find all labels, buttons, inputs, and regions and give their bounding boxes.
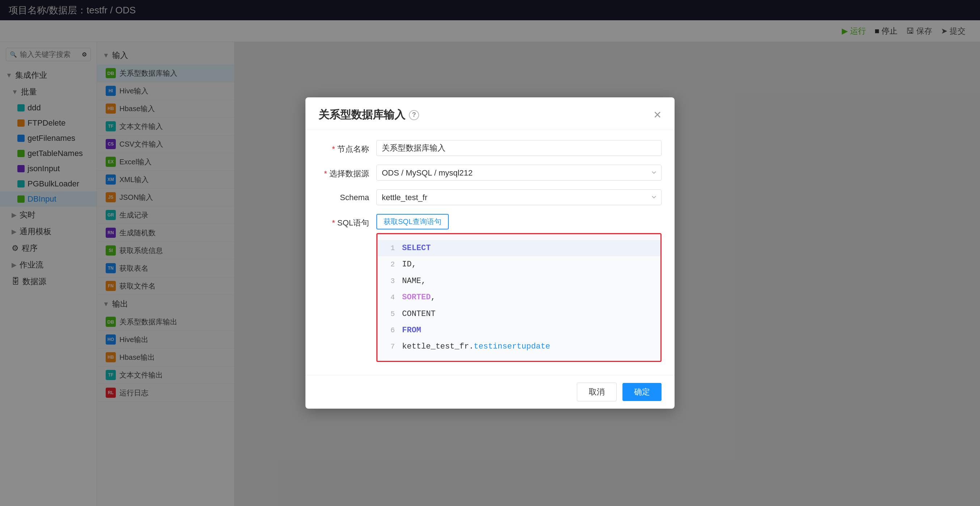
- cancel-button[interactable]: 取消: [577, 383, 617, 401]
- sql-line-4: 4 SORTED,: [377, 289, 660, 306]
- schema-label: Schema: [318, 189, 369, 202]
- node-name-input[interactable]: [376, 140, 662, 156]
- sql-label-row: 获取SQL查询语句: [376, 214, 662, 229]
- dialog-body: 节点名称 选择数据源 ODS / MySQL / mysql212 Schema: [305, 130, 675, 375]
- node-name-label: 节点名称: [318, 140, 369, 154]
- node-name-control: [376, 140, 662, 156]
- confirm-button[interactable]: 确定: [622, 383, 662, 401]
- dialog-title: 关系型数据库输入 ?: [318, 108, 419, 123]
- datasource-select[interactable]: ODS / MySQL / mysql212: [376, 165, 662, 181]
- close-button[interactable]: ✕: [653, 110, 662, 120]
- sql-control: 获取SQL查询语句 1 SELECT 2 ID, 3 NA: [376, 214, 662, 362]
- sql-line-7: 7 kettle_test_fr.testinsertupdate: [377, 339, 660, 355]
- node-name-row: 节点名称: [318, 140, 662, 156]
- replace-sql-label: 替换SQL语句变量: [318, 371, 369, 375]
- schema-row: Schema kettle_test_fr: [318, 189, 662, 205]
- dialog: 关系型数据库输入 ? ✕ 节点名称 选择数据源 ODS / MySQL / my…: [305, 97, 675, 409]
- sql-line-6: 6 FROM: [377, 322, 660, 339]
- schema-control: kettle_test_fr: [376, 189, 662, 205]
- datasource-control: ODS / MySQL / mysql212: [376, 165, 662, 181]
- sql-line-3: 3 NAME,: [377, 273, 660, 289]
- sql-line-5: 5 CONTENT: [377, 306, 660, 322]
- sql-editor[interactable]: 1 SELECT 2 ID, 3 NAME, 4: [376, 233, 662, 362]
- sql-line-2: 2 ID,: [377, 256, 660, 272]
- sql-label: SQL语句: [318, 214, 369, 228]
- help-icon[interactable]: ?: [409, 110, 419, 120]
- schema-select[interactable]: kettle_test_fr: [376, 189, 662, 205]
- dialog-overlay: 关系型数据库输入 ? ✕ 节点名称 选择数据源 ODS / MySQL / my…: [0, 0, 980, 506]
- sql-line-1: 1 SELECT: [377, 240, 660, 256]
- datasource-label: 选择数据源: [318, 165, 369, 179]
- get-sql-button[interactable]: 获取SQL查询语句: [376, 214, 449, 229]
- dialog-header: 关系型数据库输入 ? ✕: [305, 97, 675, 130]
- dialog-footer: 取消 确定: [305, 375, 675, 409]
- replace-sql-row: 替换SQL语句变量: [318, 371, 662, 375]
- datasource-row: 选择数据源 ODS / MySQL / mysql212: [318, 165, 662, 181]
- sql-row: SQL语句 获取SQL查询语句 1 SELECT 2 ID,: [318, 214, 662, 362]
